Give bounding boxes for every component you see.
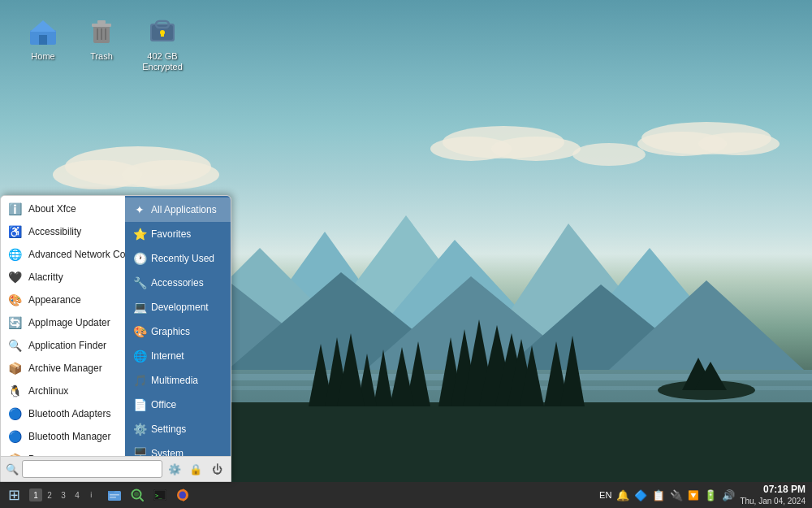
app-icon-accessibility: ♿	[7, 224, 22, 239]
svg-point-2	[122, 160, 219, 189]
category-system[interactable]: 🖥️System	[125, 441, 231, 456]
logout-button[interactable]: ⏻	[208, 460, 226, 478]
cat-icon-recently-used: 🕐	[133, 252, 146, 265]
cat-label-accessories: Accessories	[151, 277, 204, 289]
cat-label-recently-used: Recently Used	[151, 253, 214, 264]
app-label-advanced-network: Advanced Network Configuration	[28, 249, 125, 260]
app-label-appearance: Appearance	[28, 294, 81, 306]
desktop-icon-encrypted[interactable]: 402 GB Encrypted	[130, 12, 195, 76]
menu-app-boxes[interactable]: 📦Boxes	[1, 448, 125, 456]
app-icon-archive-manager: 📦	[7, 361, 22, 376]
category-internet[interactable]: 🌐Internet	[125, 344, 231, 368]
category-graphics[interactable]: 🎨Graphics	[125, 319, 231, 344]
app-icon-bluetooth-manager: 🔵	[7, 429, 22, 444]
svg-point-66	[134, 492, 139, 497]
menu-app-appearance[interactable]: 🎨Appearance	[1, 289, 125, 311]
app-label-about-xfce: About Xfce	[28, 203, 76, 215]
search-input[interactable]	[22, 460, 162, 478]
cat-label-graphics: Graphics	[151, 326, 190, 337]
app-label-bluetooth-manager: Bluetooth Manager	[28, 431, 110, 442]
app-menu: ℹ️About Xfce♿Accessibility🌐Advanced Netw…	[0, 195, 231, 482]
cat-icon-multimedia: 🎵	[133, 374, 146, 387]
menu-categories: ✦All Applications⭐Favorites🕐Recently Use…	[125, 196, 231, 456]
desktop: Home Trash 402 GB Encrypted ℹ️About Xfce…	[0, 0, 812, 508]
svg-line-65	[140, 497, 143, 501]
svg-rect-63	[110, 497, 116, 498]
category-office[interactable]: 📄Office	[125, 393, 231, 417]
app-icon-advanced-network: 🌐	[7, 247, 22, 262]
menu-app-application-finder[interactable]: 🔍Application Finder	[1, 334, 125, 357]
menu-app-list[interactable]: ℹ️About Xfce♿Accessibility🌐Advanced Netw…	[1, 196, 125, 456]
menu-search-bar: 🔍 ⚙️ 🔒 ⏻	[1, 456, 231, 481]
menu-app-bluetooth-adapters[interactable]: 🔵Bluetooth Adapters	[1, 402, 125, 425]
category-settings[interactable]: ⚙️Settings	[125, 417, 231, 441]
clock-time: 07:18 PM	[740, 484, 806, 497]
encrypted-icon	[146, 15, 179, 48]
category-favorites[interactable]: ⭐Favorites	[125, 222, 231, 246]
clock[interactable]: 07:18 PM Thu, Jan 04, 2024	[740, 484, 806, 507]
menu-app-archive-manager[interactable]: 📦Archive Manager	[1, 357, 125, 380]
app-icon-archlinux: 🐧	[7, 384, 22, 398]
dropdown-icon[interactable]: 🔽	[688, 490, 699, 501]
menu-app-appimage-updater[interactable]: 🔄AppImage Updater	[1, 311, 125, 334]
desktop-icon-home[interactable]: Home	[15, 12, 71, 65]
category-all-applications[interactable]: ✦All Applications	[125, 198, 231, 222]
cat-label-internet: Internet	[151, 350, 184, 362]
lock-button[interactable]: 🔒	[187, 460, 205, 478]
trash-icon	[85, 15, 118, 48]
app-icon-bluetooth-adapters: 🔵	[7, 406, 22, 421]
workspace-i[interactable]: ⅰ	[84, 488, 97, 501]
taskbar-left: ⊞ 1 2 3 4 ⅰ	[0, 484, 101, 506]
category-multimedia[interactable]: 🎵Multimedia	[125, 368, 231, 393]
app-label-application-finder: Application Finder	[28, 340, 106, 351]
power-icon[interactable]: 🔌	[670, 489, 683, 501]
workspace-2[interactable]: 2	[43, 488, 56, 501]
taskbar-right: EN 🔔 🔷 📋 🔌 🔽 🔋 🔊 07:18 PM Thu, Jan 04, 2…	[593, 484, 812, 507]
cat-label-office: Office	[151, 399, 176, 410]
svg-text:>_: >_	[155, 493, 162, 499]
menu-app-alacritty[interactable]: 🖤Alacritty	[1, 266, 125, 289]
apps-menu-button[interactable]: ⊞	[3, 484, 24, 506]
cat-label-settings: Settings	[151, 423, 186, 435]
menu-app-accessibility[interactable]: ♿Accessibility	[1, 220, 125, 243]
cat-icon-system: 🖥️	[133, 447, 146, 456]
workspace-1[interactable]: 1	[29, 488, 42, 501]
app-icon-appearance: 🎨	[7, 293, 22, 307]
workspace-3[interactable]: 3	[57, 488, 70, 501]
cat-icon-accessories: 🔧	[133, 276, 146, 289]
menu-app-about-xfce[interactable]: ℹ️About Xfce	[1, 198, 125, 220]
clipboard-tray-icon[interactable]: 📋	[652, 489, 665, 501]
menu-app-advanced-network[interactable]: 🌐Advanced Network Configuration	[1, 243, 125, 266]
battery-icon[interactable]: 🔋	[704, 489, 717, 501]
app-label-accessibility: Accessibility	[28, 226, 81, 237]
home-label: Home	[31, 51, 54, 62]
app-icon-about-xfce: ℹ️	[7, 202, 22, 216]
taskbar-terminal-app[interactable]: >_	[149, 484, 171, 506]
category-development[interactable]: 💻Development	[125, 295, 231, 319]
workspaces: 1 2 3 4 ⅰ	[29, 488, 97, 501]
search-icon: 🔍	[6, 463, 19, 475]
category-recently-used[interactable]: 🕐Recently Used	[125, 246, 231, 271]
locale-indicator[interactable]: EN	[599, 490, 611, 500]
network-icon[interactable]: 🔷	[634, 489, 647, 501]
category-accessories[interactable]: 🔧Accessories	[125, 271, 231, 295]
menu-app-bluetooth-manager[interactable]: 🔵Bluetooth Manager	[1, 425, 125, 448]
app-icon-appimage-updater: 🔄	[7, 315, 22, 330]
svg-marker-47	[30, 20, 56, 32]
app-icon-alacritty: 🖤	[7, 270, 22, 284]
svg-rect-62	[110, 494, 119, 496]
desktop-icon-trash[interactable]: Trash	[73, 12, 130, 65]
notification-icon[interactable]: 🔔	[616, 489, 629, 501]
cat-icon-all-applications: ✦	[133, 203, 146, 216]
workspace-4[interactable]: 4	[71, 488, 84, 501]
cat-icon-graphics: 🎨	[133, 325, 146, 338]
taskbar-apps: >_	[104, 484, 193, 506]
taskbar-magnifier-app[interactable]	[127, 484, 148, 506]
taskbar-firefox-app[interactable]	[172, 484, 193, 506]
svg-rect-48	[39, 35, 47, 45]
settings-button[interactable]: ⚙️	[166, 460, 184, 478]
taskbar-files-app[interactable]	[104, 484, 125, 506]
menu-app-archlinux[interactable]: 🐧Archlinux	[1, 380, 125, 402]
app-label-archive-manager: Archive Manager	[28, 363, 102, 374]
volume-icon[interactable]: 🔊	[722, 489, 735, 501]
